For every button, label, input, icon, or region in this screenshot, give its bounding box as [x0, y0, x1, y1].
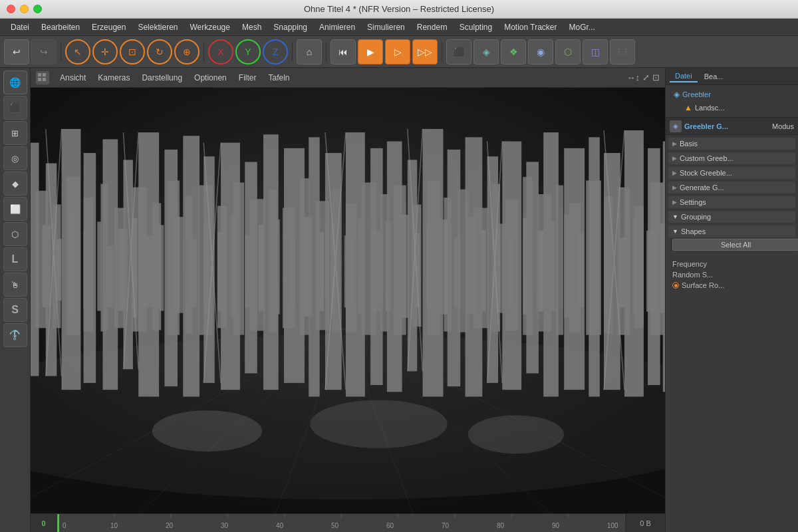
left-tool-s[interactable]: S — [3, 298, 27, 322]
menu-animieren[interactable]: Animieren — [314, 21, 360, 34]
undo-button[interactable]: ↩ — [4, 39, 29, 65]
left-tool-circle[interactable]: ◎ — [3, 146, 27, 170]
timeline-track[interactable]: 0 10 20 30 40 50 60 70 80 90 100 — [57, 514, 625, 532]
perspective-button[interactable]: ⬛ — [446, 39, 471, 65]
menu-bar: Datei Bearbeiten Erzeugen Selektieren We… — [0, 19, 798, 36]
basis-arrow: ▶ — [672, 140, 677, 147]
menu-simulieren[interactable]: Simulieren — [362, 21, 410, 34]
snap-button[interactable]: ⋮⋮ — [610, 39, 635, 65]
attr-body: ▶ Basis ▶ Custom Greeb... — [666, 135, 798, 532]
object-manager: Datei Bea... ◈ Greebler ▲ Landsc... — [665, 68, 798, 117]
obj-row-greebler[interactable]: ◈ Greebler — [671, 88, 793, 101]
surface-ro-row[interactable]: Surface Ro... — [668, 280, 795, 291]
transform-tools: ↖ ✛ ⊡ ↻ ⊕ — [65, 39, 200, 65]
basis-label: Basis — [680, 140, 698, 148]
viewport-kameras[interactable]: Kameras — [92, 71, 135, 84]
rect-icon: ⬜ — [10, 204, 21, 214]
left-tool-diamond[interactable]: ◆ — [3, 172, 27, 196]
obj-tree: ◈ Greebler ▲ Landsc... — [666, 85, 798, 117]
surface-ro-radio[interactable] — [672, 282, 679, 289]
left-tool-l[interactable]: L — [3, 247, 27, 271]
viewport-filter[interactable]: Filter — [233, 71, 262, 84]
section-custom-header[interactable]: ▶ Custom Greeb... — [668, 152, 795, 164]
menu-werkzeuge[interactable]: Werkzeuge — [184, 21, 235, 34]
transform-tool-button[interactable]: ⊕ — [174, 39, 200, 65]
play-forward3-button[interactable]: ▷▷ — [412, 39, 438, 65]
3d-viewport[interactable] — [31, 88, 665, 513]
light-button[interactable]: ⬡ — [555, 39, 581, 65]
scale-tool-button[interactable]: ⊡ — [120, 39, 145, 65]
viewport-ansicht[interactable]: Ansicht — [55, 71, 91, 84]
svg-rect-121 — [448, 150, 461, 386]
menu-mogr[interactable]: MoGr... — [564, 21, 600, 34]
x-axis-button[interactable]: X — [208, 39, 233, 65]
menu-mesh[interactable]: Mesh — [237, 21, 267, 34]
section-basis-header[interactable]: ▶ Basis — [668, 138, 795, 150]
camera-button[interactable]: ◉ — [528, 39, 553, 65]
diamond-icon: ◆ — [12, 179, 19, 189]
viewport-tafeln[interactable]: Tafeln — [263, 71, 295, 84]
viewport-optionen[interactable]: Optionen — [189, 71, 232, 84]
viewport-darstellung[interactable]: Darstellung — [136, 71, 188, 84]
select-all-button[interactable]: Select All — [672, 239, 798, 251]
playback-group: ⏮ ▶ ▷ ▷▷ — [331, 39, 438, 65]
section-shapes-header[interactable]: ▼ Shapes — [668, 225, 795, 237]
obj-tab-datei[interactable]: Datei — [670, 70, 698, 82]
viewport-layout-icon[interactable]: ⊡ — [652, 72, 660, 82]
section-stock: ▶ Stock Greeble... — [668, 167, 795, 179]
left-tool-anchor[interactable]: ⚓ — [3, 323, 27, 347]
play-forward2-button[interactable]: ▷ — [385, 39, 410, 65]
undo-icon: ↩ — [13, 47, 21, 57]
rotate-tool-button[interactable]: ↻ — [147, 39, 172, 65]
obj-manager-header: Datei Bea... — [666, 68, 798, 85]
menu-snapping[interactable]: Snapping — [268, 21, 313, 34]
left-tool-rect[interactable]: ⬜ — [3, 197, 27, 221]
play-forward-button[interactable]: ▶ — [358, 39, 383, 65]
minimize-button[interactable] — [20, 5, 29, 13]
material-button[interactable]: ❖ — [501, 39, 526, 65]
left-tool-checker[interactable]: ⊞ — [3, 121, 27, 145]
s-icon: S — [11, 304, 19, 316]
left-tool-hex[interactable]: ⬡ — [3, 222, 27, 246]
maximize-button[interactable] — [33, 5, 42, 13]
menu-rendern[interactable]: Rendern — [412, 21, 453, 34]
close-button[interactable] — [7, 5, 15, 13]
wrap-button[interactable]: ⌂ — [297, 39, 322, 65]
left-tool-cube[interactable]: ⬛ — [3, 96, 27, 120]
section-settings-header[interactable]: ▶ Settings — [668, 196, 795, 208]
svg-rect-122 — [466, 137, 483, 396]
file-size: 0 B — [640, 519, 651, 527]
render-button[interactable]: ◫ — [583, 39, 608, 65]
left-tool-mouse[interactable]: 🖱 — [3, 273, 27, 297]
timeline: 0 0 10 20 30 40 50 60 70 80 90 — [31, 513, 665, 532]
greebler-label: Greebler — [682, 90, 711, 98]
section-generate-header[interactable]: ▶ Generate G... — [668, 182, 795, 194]
viewport-expand-icon[interactable]: ⤢ — [642, 72, 650, 82]
frequency-label: Frequency — [672, 260, 791, 268]
wireframe-button[interactable]: ◈ — [473, 39, 499, 65]
menu-motion-tracker[interactable]: Motion Tracker — [499, 21, 562, 34]
move-tool-button[interactable]: ✛ — [92, 39, 118, 65]
svg-rect-125 — [526, 162, 539, 373]
viewport-arrows-icon[interactable]: ↔↕ — [627, 72, 640, 82]
menu-sculpting[interactable]: Sculpting — [454, 21, 497, 34]
section-stock-header[interactable]: ▶ Stock Greeble... — [668, 167, 795, 179]
z-axis-button[interactable]: Z — [263, 39, 288, 65]
l-icon: L — [12, 253, 19, 265]
redo-button[interactable]: ↪ — [31, 39, 57, 65]
y-axis-button[interactable]: Y — [235, 39, 261, 65]
menu-datei[interactable]: Datei — [5, 21, 35, 34]
undo-redo-group: ↩ ↪ — [4, 39, 57, 65]
menu-bearbeiten[interactable]: Bearbeiten — [36, 21, 85, 34]
go-start-button[interactable]: ⏮ — [331, 39, 356, 65]
obj-tab-bea[interactable]: Bea... — [699, 71, 729, 82]
left-tool-globe[interactable]: 🌐 — [3, 70, 27, 94]
viewport-area: Ansicht Kameras Darstellung Optionen Fil… — [31, 68, 665, 532]
z-icon: Z — [273, 47, 279, 57]
obj-row-landscape[interactable]: ▲ Landsc... — [682, 101, 793, 114]
select-tool-button[interactable]: ↖ — [65, 39, 90, 65]
section-grouping-header[interactable]: ▼ Grouping — [668, 211, 795, 223]
menu-erzeugen[interactable]: Erzeugen — [86, 21, 131, 34]
anchor-icon: ⚓ — [9, 330, 21, 340]
menu-selektieren[interactable]: Selektieren — [132, 21, 183, 34]
